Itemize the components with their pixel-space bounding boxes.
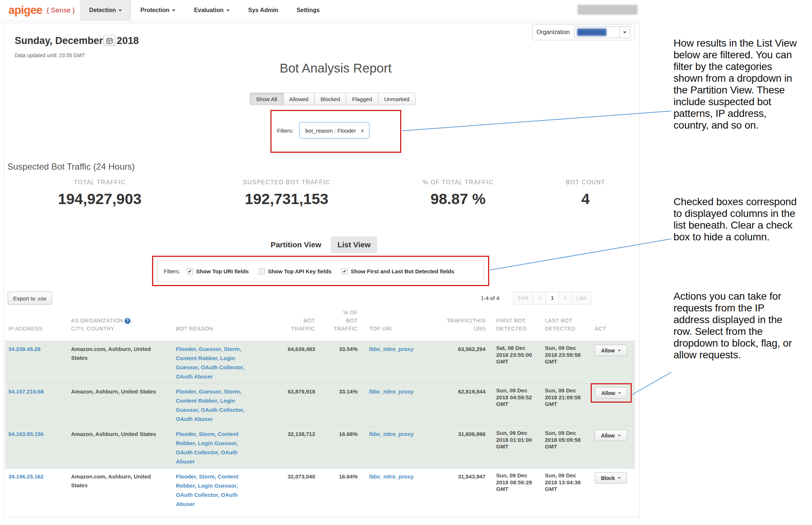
bot-traffic-cell: 64,639,483 bbox=[256, 341, 316, 381]
checkbox-checked-icon[interactable] bbox=[342, 268, 348, 274]
chevron-down-icon bbox=[226, 10, 230, 11]
remove-filter-icon[interactable]: x bbox=[361, 127, 363, 133]
bot-reason-links[interactable]: Flooder, Guessor, Storm, Content Robber,… bbox=[176, 388, 244, 422]
nav-item-evaluation[interactable]: Evaluation bbox=[185, 0, 239, 21]
top-nav: apigee { Sense } Detection Protection Ev… bbox=[0, 0, 641, 21]
pct-bot-traffic-cell: 16.68% bbox=[316, 426, 358, 466]
sense-logo: { Sense } bbox=[47, 6, 75, 14]
partition-view-link[interactable]: Partition View bbox=[270, 240, 321, 249]
ip-address-link[interactable]: 34.196.25.162 bbox=[8, 473, 44, 480]
table-row: 34.239.45.28 Amazon.com, Ashburn, United… bbox=[5, 341, 635, 383]
annotation-checkbox-note: Checked boxes correspond to displayed co… bbox=[673, 196, 800, 243]
stat-bot-count: BOT COUNT 4 bbox=[566, 179, 605, 208]
traffic-this-uri-cell: 63,562,294 bbox=[425, 341, 486, 381]
annotation-filter-note: How results in the List View below are f… bbox=[673, 37, 800, 131]
top-uri-link[interactable]: /bbc_nitro_proxy bbox=[369, 473, 414, 480]
ip-address-link[interactable]: 54.157.219.68 bbox=[8, 388, 44, 395]
as-organization-cell: Amazon.com, Ashburn, United States bbox=[70, 469, 172, 509]
nav-item-detection[interactable]: Detection bbox=[80, 0, 131, 21]
pagination-last[interactable]: Last bbox=[571, 291, 591, 304]
page-title: Bot Analysis Report bbox=[280, 61, 391, 75]
column-filter-bar: Filters: Show Top URI fields Show Top AP… bbox=[157, 260, 484, 282]
pct-bot-traffic-cell: 16.64% bbox=[316, 469, 358, 509]
apigee-logo: apigee bbox=[8, 4, 42, 17]
col-bot-traffic: BOT TRAFFIC bbox=[256, 317, 316, 333]
pagination-page-1[interactable]: 1 bbox=[546, 291, 559, 304]
organization-dropdown[interactable] bbox=[574, 26, 630, 38]
last-bot-detected-cell: Sun, 09 Dec 2018 21:09:58 GMT bbox=[545, 387, 581, 407]
chevron-down-icon bbox=[118, 10, 122, 11]
action-dropdown[interactable]: Allow bbox=[595, 387, 627, 399]
top-uri-link[interactable]: /bbc_nitro_proxy bbox=[369, 346, 414, 352]
bot-reason-links[interactable]: Flooder, Storm, Content Robber, Login Gu… bbox=[176, 473, 239, 507]
bot-traffic-cell: 63,879,918 bbox=[256, 384, 316, 424]
last-bot-detected-cell: Sun, 09 Dec 2018 23:59:58 GMT bbox=[545, 345, 581, 365]
pct-bot-traffic-cell: 33.54% bbox=[316, 341, 358, 381]
stat-suspected-bot-traffic: SUSPECTED BOT TRAFFIC 192,731,153 bbox=[243, 179, 330, 208]
checkbox-show-first-last-detected[interactable]: Show First and Last Bot Detected fields bbox=[342, 268, 454, 274]
chevron-down-icon bbox=[172, 10, 176, 11]
first-bot-detected-cell: Sun, 09 Dec 2018 08:59:29 GMT bbox=[496, 472, 532, 492]
filter-tag-input[interactable]: bot_reason : Flooder x bbox=[299, 122, 369, 138]
report-date: Sunday, December 9, 2018 bbox=[15, 35, 139, 47]
traffic-this-uri-cell: 31,543,947 bbox=[425, 469, 486, 509]
col-as-organization: AS ORGANIZATION?, CITY, COUNTRY bbox=[70, 317, 172, 333]
action-dropdown[interactable]: Allow bbox=[595, 345, 627, 356]
ip-address-link[interactable]: 34.239.45.28 bbox=[8, 346, 41, 352]
bot-reason-links[interactable]: Flooder, Storm, Content Robber, Login Gu… bbox=[176, 431, 239, 464]
pagination: First < 1 > Last bbox=[513, 291, 591, 304]
as-organization-cell: Amazon, Ashburn, United States bbox=[70, 384, 172, 424]
last-bot-detected-cell: Sun, 09 Dec 2018 05:09:58 GMT bbox=[545, 430, 581, 450]
tab-show-all[interactable]: Show All bbox=[250, 93, 284, 105]
stat-pct-total-traffic: % OF TOTAL TRAFFIC 98.87 % bbox=[422, 179, 493, 208]
tab-blocked[interactable]: Blocked bbox=[314, 93, 346, 105]
calendar-button[interactable] bbox=[103, 35, 115, 46]
col-ip-address: IP ADDRESS bbox=[5, 325, 70, 333]
redacted-organization-value bbox=[577, 29, 606, 36]
nav-item-protection[interactable]: Protection bbox=[131, 0, 185, 21]
help-icon[interactable]: ? bbox=[125, 318, 130, 324]
view-toggle: Partition View List View bbox=[270, 236, 377, 253]
table-header-row: IP ADDRESS AS ORGANIZATION?, CITY, COUNT… bbox=[5, 308, 635, 341]
chevron-down-icon bbox=[623, 32, 627, 33]
bot-traffic-cell: 32,138,712 bbox=[256, 426, 316, 466]
as-organization-cell: Amazon, Ashburn, United States bbox=[70, 426, 172, 466]
chevron-down-icon bbox=[618, 350, 621, 351]
checkbox-show-top-uri[interactable]: Show Top URI fields bbox=[187, 268, 249, 274]
nav-item-sys-admin[interactable]: Sys Admin bbox=[239, 0, 287, 21]
chevron-down-icon bbox=[618, 477, 621, 479]
first-bot-detected-cell: Sat, 08 Dec 2018 23:55:00 GMT bbox=[496, 345, 532, 365]
list-view-link[interactable]: List View bbox=[331, 236, 377, 253]
organization-selector: Organization bbox=[532, 24, 635, 40]
pagination-next[interactable]: > bbox=[558, 291, 572, 304]
top-uri-link[interactable]: /bbc_nitro_proxy bbox=[369, 431, 414, 437]
col-traffic-this-uri: TRAFFIC(THIS URI) bbox=[425, 317, 486, 333]
tab-flagged[interactable]: Flagged bbox=[346, 93, 378, 105]
pagination-prev[interactable]: < bbox=[533, 291, 546, 304]
checkbox-unchecked-icon[interactable] bbox=[259, 268, 265, 274]
nav-item-settings[interactable]: Settings bbox=[287, 0, 329, 21]
first-bot-detected-cell: Sun, 09 Dec 2018 01:01:00 GMT bbox=[496, 430, 532, 450]
pagination-first[interactable]: First bbox=[513, 291, 533, 304]
table-row: 54.157.219.68 Amazon, Ashburn, United St… bbox=[5, 383, 635, 426]
filters-label: Filters: bbox=[164, 268, 180, 274]
col-bot-reason: BOT REASON bbox=[172, 325, 256, 333]
last-bot-detected-cell: Sun, 09 Dec 2018 13:04:38 GMT bbox=[545, 472, 581, 492]
pagination-range: 1-4 of 4 bbox=[481, 295, 499, 301]
export-csv-button[interactable]: Export to .csv bbox=[8, 292, 52, 305]
section-title: Suspected Bot Traffic (24 Hours) bbox=[7, 162, 135, 172]
col-last-bot-detected: LAST BOT DETECTED bbox=[540, 317, 590, 333]
ip-address-link[interactable]: 54.163.85.156 bbox=[8, 431, 44, 437]
top-uri-link[interactable]: /bbc_nitro_proxy bbox=[369, 388, 414, 395]
tab-unmarked[interactable]: Unmarked bbox=[378, 93, 416, 105]
tab-allowed[interactable]: Allowed bbox=[283, 93, 315, 105]
checkbox-show-top-api-key[interactable]: Show Top API Key fields bbox=[259, 268, 332, 274]
bot-traffic-cell: 32,073,040 bbox=[256, 469, 316, 509]
checkbox-checked-icon[interactable] bbox=[187, 268, 193, 274]
action-dropdown[interactable]: Allow bbox=[595, 430, 627, 441]
filter-tag-bar: Filters: bot_reason : Flooder x bbox=[277, 122, 369, 138]
action-dropdown[interactable]: Block bbox=[595, 472, 627, 484]
traffic-this-uri-cell: 62,819,844 bbox=[425, 384, 486, 424]
bot-reason-links[interactable]: Flooder, Guessor, Storm, Content Robber,… bbox=[176, 346, 244, 379]
annotation-action-note: Actions you can take for requests from t… bbox=[673, 291, 800, 361]
